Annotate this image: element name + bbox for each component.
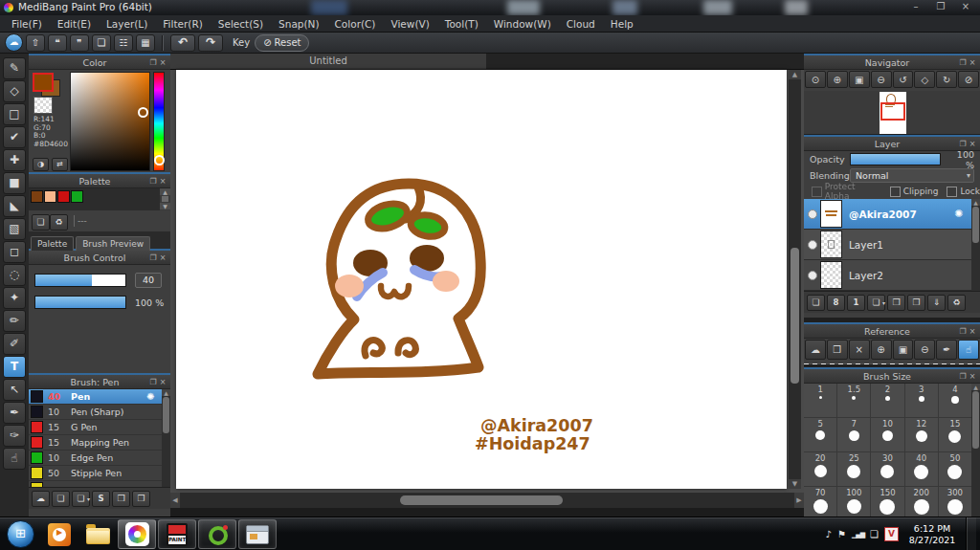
lasso-tool-icon[interactable]: ◌ — [3, 264, 26, 286]
media-player-taskbar-button[interactable] — [41, 520, 78, 548]
brush-size-slider[interactable] — [34, 274, 126, 287]
reference-resize-handle[interactable] — [804, 363, 980, 364]
vertical-scroll-thumb[interactable] — [791, 248, 799, 384]
document-icon[interactable]: ❏ — [92, 34, 111, 52]
file-explorer-taskbar-button[interactable] — [79, 520, 116, 548]
layer-opacity-slider[interactable] — [850, 153, 941, 165]
reset-view-icon[interactable]: ◇ — [914, 71, 935, 88]
brush-settings-gear-icon[interactable]: ✺ — [146, 391, 162, 402]
brush-size-20[interactable]: 20 — [804, 452, 836, 486]
select-tool-icon[interactable]: ◻ — [3, 241, 26, 263]
show-desktop-button[interactable] — [966, 517, 976, 550]
network-icon[interactable]: ▁▄▆ — [852, 531, 864, 539]
layer-settings-gear-icon[interactable]: ✺ — [954, 208, 971, 220]
brush-opacity-slider[interactable] — [34, 296, 126, 309]
minimize-button[interactable]: – — [903, 1, 928, 13]
saturation-value-picker[interactable] — [70, 72, 150, 171]
duplicate-layer-icon[interactable]: ❐ — [907, 295, 925, 311]
hue-slider[interactable] — [153, 72, 165, 171]
popup-panel-icon[interactable]: ❐ — [148, 378, 158, 386]
zoom-out-icon[interactable]: ⊖ — [871, 71, 892, 88]
eyedropper-icon[interactable]: ✒ — [936, 340, 957, 360]
layer-folder-icon[interactable]: ❒ — [887, 295, 905, 311]
popup-panel-icon[interactable]: ❐ — [148, 253, 158, 262]
duplicate-brush-icon[interactable]: ❐ — [132, 491, 150, 507]
document-tab[interactable]: Untitled — [170, 54, 486, 69]
checkbox-protect-alpha[interactable]: Protect Alpha — [812, 182, 881, 201]
delete-color-icon[interactable]: ♻ — [50, 214, 68, 231]
layer-visibility-icon[interactable] — [804, 205, 820, 223]
feedback-icon[interactable]: ❞ — [70, 34, 89, 52]
brush-size-300[interactable]: 300 — [939, 487, 971, 517]
menu-item-colorc[interactable]: Color(C) — [327, 18, 384, 30]
layer-item[interactable]: Layer1 — [804, 230, 971, 260]
brush-item[interactable] — [29, 481, 162, 487]
brush-size-70[interactable]: 70 — [804, 487, 836, 517]
comment-icon[interactable]: ❝ — [48, 34, 67, 52]
add-brush-menu-icon[interactable]: ❏▾ — [72, 491, 90, 507]
brush-size-1.5[interactable]: 1.5 — [837, 384, 870, 417]
scroll-down-icon[interactable]: ▼ — [160, 203, 170, 209]
clip-studio-taskbar-button[interactable] — [198, 519, 236, 549]
grid-icon[interactable]: ▦ — [136, 34, 155, 52]
close-panel-icon[interactable]: × — [158, 177, 167, 186]
scroll-right-icon[interactable]: ▶ — [794, 493, 804, 508]
tab-brush-preview[interactable]: Brush Preview — [76, 236, 150, 251]
add-color-icon[interactable]: ❏ — [32, 214, 50, 231]
brush-item[interactable]: 40Pen✺ — [29, 389, 162, 405]
move-tool-icon[interactable]: ✚ — [3, 149, 26, 171]
popup-panel-icon[interactable]: ❐ — [958, 58, 968, 67]
scroll-left-icon[interactable]: ◀ — [170, 493, 180, 508]
folder-open-icon[interactable]: ❒ — [827, 340, 848, 360]
scroll-up-icon[interactable]: ▲ — [162, 389, 170, 396]
scroll-up-icon[interactable]: ▲ — [971, 384, 980, 390]
scroll-down-icon[interactable]: ▼ — [789, 479, 801, 489]
redo-icon[interactable]: ↷ — [198, 34, 223, 52]
close-panel-icon[interactable]: × — [158, 58, 167, 67]
brush-folder-icon[interactable]: ❒ — [112, 491, 130, 507]
text-tool-icon[interactable]: T — [3, 356, 26, 378]
brush-item[interactable]: 10Pen (Sharp) — [29, 405, 162, 420]
brush-size-3[interactable]: 3 — [905, 384, 938, 417]
close-panel-icon[interactable]: × — [968, 58, 977, 67]
brush-size-2[interactable]: 2 — [871, 384, 903, 417]
drawing-canvas[interactable]: @Akira2007 #Hoidap247 — [176, 70, 787, 489]
palette-swatch-2[interactable] — [57, 190, 70, 203]
menu-item-help[interactable]: Help — [603, 18, 641, 30]
brush-size-7[interactable]: 7 — [837, 418, 870, 451]
zoom-in-icon[interactable]: ⊕ — [871, 340, 892, 360]
brush-item[interactable]: 15Mapping Pen — [29, 435, 162, 451]
checkbox-clipping[interactable]: Clipping — [890, 187, 939, 197]
canvas-horizontal-scrollbar[interactable]: ◀ ▶ — [170, 493, 804, 508]
zoom-percent-icon[interactable]: ⊙ — [805, 71, 826, 88]
merge-layer-icon[interactable]: ⇓ — [927, 295, 946, 311]
fit-screen-icon[interactable]: ▣ — [849, 71, 870, 88]
start-button[interactable]: ⊞ — [7, 520, 34, 548]
add-8bit-layer-icon[interactable]: 8 — [827, 295, 845, 311]
tab-palette[interactable]: Palette — [31, 236, 74, 251]
brush-size-value[interactable]: 40 — [135, 273, 162, 288]
close-panel-icon[interactable]: × — [158, 378, 167, 386]
close-panel-icon[interactable]: × — [968, 140, 977, 148]
menu-item-selects[interactable]: Select(S) — [211, 18, 271, 30]
close-panel-icon[interactable]: × — [158, 253, 167, 262]
popup-panel-icon[interactable]: ❐ — [958, 327, 968, 336]
layer-item[interactable]: Layer2 — [804, 260, 971, 291]
bucket-tool-icon[interactable]: ◣ — [3, 195, 26, 217]
brush-tool-icon[interactable]: ✎ — [3, 57, 26, 79]
polyline-tool-icon[interactable]: ✔ — [3, 126, 26, 148]
swap-colors-icon[interactable]: ⇄ — [52, 158, 68, 171]
eyedropper-tool-icon[interactable]: ✒ — [3, 402, 26, 424]
popup-panel-icon[interactable]: ❐ — [148, 58, 158, 67]
palette-scrollbar[interactable]: ▲▼ — [160, 188, 170, 210]
reset-button[interactable]: ⊘ Reset — [255, 34, 309, 52]
flag-icon[interactable]: ⚑ — [837, 529, 846, 539]
brush-size-25[interactable]: 25 — [837, 452, 870, 486]
color-wheel-toggle-icon[interactable]: ◑ — [33, 158, 49, 171]
brush-size-30[interactable]: 30 — [871, 452, 903, 486]
popup-panel-icon[interactable]: ❐ — [148, 177, 158, 186]
brush-item[interactable]: 10Edge Pen — [29, 451, 162, 466]
select-eraser-tool-icon[interactable]: ✐ — [3, 333, 26, 355]
fit-screen-icon[interactable]: ▣ — [893, 340, 914, 360]
brush-size-1[interactable]: 1 — [804, 384, 836, 417]
